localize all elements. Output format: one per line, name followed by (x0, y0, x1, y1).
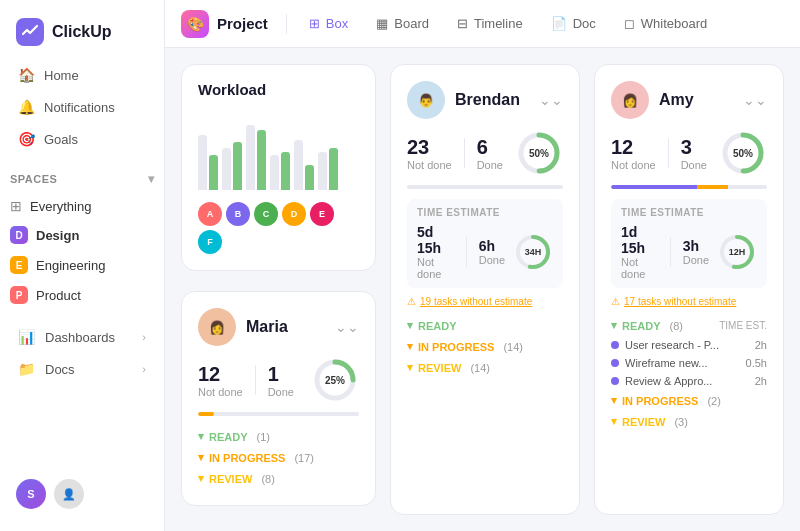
maria-not-done-value: 12 (198, 363, 243, 386)
amy-time-ring: 12H (717, 232, 757, 272)
sidebar-item-notifications-label: Notifications (44, 100, 115, 115)
task-time-1: 2h (755, 339, 767, 351)
tab-whiteboard[interactable]: ◻ Whiteboard (612, 10, 719, 37)
product-dot: P (10, 286, 28, 304)
brendan-inprogress-section[interactable]: ▾ IN PROGRESS (14) (407, 336, 563, 357)
sidebar-item-design[interactable]: D Design (0, 220, 164, 250)
task-dot-3 (611, 377, 619, 385)
amy-inprogress-section[interactable]: ▾ IN PROGRESS (2) (611, 390, 767, 411)
amy-card: 👩 Amy ⌄⌄ 12 Not done 3 Done (594, 64, 784, 515)
amy-fill-blue (611, 185, 697, 189)
workload-title: Workload (198, 81, 359, 98)
brendan-review-section[interactable]: ▾ REVIEW (14) (407, 357, 563, 378)
sidebar-item-home[interactable]: 🏠 Home (8, 60, 156, 90)
amy-ring-wrap: 50% (719, 129, 767, 177)
sidebar-item-product[interactable]: P Product (0, 280, 164, 310)
brendan-header: 👨 Brendan ⌄⌄ (407, 81, 563, 119)
tab-doc[interactable]: 📄 Doc (539, 10, 608, 37)
amy-review-section[interactable]: ▾ REVIEW (3) (611, 411, 767, 432)
chevron-icon-br: ▾ (407, 319, 413, 332)
chevron-icon: ▾ (198, 430, 204, 443)
task-dot-2 (611, 359, 619, 367)
docs-icon: 📁 (18, 361, 35, 377)
workload-avatar-4: D (282, 202, 306, 226)
bar-green-6 (329, 148, 338, 190)
nav-divider (286, 14, 287, 34)
brendan-ready-section[interactable]: ▾ READY (407, 315, 563, 336)
maria-done-value: 1 (268, 363, 294, 386)
tab-board[interactable]: ▦ Board (364, 10, 441, 37)
stat-separator-a (668, 138, 669, 168)
dashboard-icon: 📊 (18, 329, 35, 345)
user-avatar-2[interactable]: 👤 (54, 479, 84, 509)
sidebar-item-docs[interactable]: 📁 Docs › (0, 354, 164, 384)
bar-gray-6 (318, 152, 327, 190)
bar-gray-1 (198, 135, 207, 190)
expand-icon-amy[interactable]: ⌄⌄ (743, 92, 767, 108)
amy-done-label: Done (681, 159, 707, 171)
task-name-2: Wireframe new... (611, 357, 708, 369)
amy-not-done-value: 12 (611, 136, 656, 159)
chevron-icon-bip: ▾ (407, 340, 413, 353)
amy-ready-section[interactable]: ▾ READY (8) (611, 315, 683, 336)
amy-fill-orange (697, 185, 728, 189)
amy-progress-bar (611, 185, 767, 189)
amy-time-title: TIME ESTIMATE (621, 207, 757, 218)
amy-done-value: 3 (681, 136, 707, 159)
main-area: 🎨 Project ⊞ Box ▦ Board ⊟ Timeline 📄 Doc… (165, 0, 800, 531)
amy-ready-header: ▾ READY (8) TIME EST. (611, 315, 767, 336)
whiteboard-icon: ◻ (624, 16, 635, 31)
tab-box[interactable]: ⊞ Box (297, 10, 360, 37)
sidebar-item-engineering-label: Engineering (36, 258, 105, 273)
brendan-not-done-value: 23 (407, 136, 452, 159)
maria-stats: 12 Not done 1 Done (198, 356, 359, 404)
grid-icon: ⊞ (10, 198, 22, 214)
amy-name: Amy (659, 91, 694, 109)
bar-green-3 (257, 130, 266, 190)
bar-group-1 (198, 135, 218, 190)
tab-timeline[interactable]: ⊟ Timeline (445, 10, 535, 37)
maria-ready-section[interactable]: ▾ READY (1) (198, 426, 359, 447)
top-navigation: 🎨 Project ⊞ Box ▦ Board ⊟ Timeline 📄 Doc… (165, 0, 800, 48)
amy-time-d-value: 3h (683, 238, 709, 254)
spaces-header[interactable]: Spaces ▾ (0, 166, 164, 192)
amy-review-count: (3) (674, 416, 687, 428)
amy-time-stats: 1d 15h Not done 3h Done 12H (621, 224, 757, 280)
sidebar-item-goals[interactable]: 🎯 Goals (8, 124, 156, 154)
maria-inprogress-section[interactable]: ▾ IN PROGRESS (17) (198, 447, 359, 468)
amy-time-section: TIME ESTIMATE 1d 15h Not done 3h Done (611, 199, 767, 288)
bell-icon: 🔔 (18, 99, 34, 115)
brendan-time-not-done: 5d 15h Not done (417, 224, 454, 280)
amy-task-2: Wireframe new... 0.5h (611, 354, 767, 372)
sidebar-item-engineering[interactable]: E Engineering (0, 250, 164, 280)
bar-green-4 (281, 152, 290, 190)
chevron-icon-aip: ▾ (611, 394, 617, 407)
expand-icon-maria[interactable]: ⌄⌄ (335, 319, 359, 335)
workload-avatar-6: F (198, 230, 222, 254)
brendan-warning-link[interactable]: 19 tasks without estimate (420, 296, 532, 307)
expand-icon-brendan[interactable]: ⌄⌄ (539, 92, 563, 108)
chevron-icon-rv: ▾ (198, 472, 204, 485)
maria-review-section[interactable]: ▾ REVIEW (8) (198, 468, 359, 489)
amy-warning: ⚠ 17 tasks without estimate (611, 296, 767, 307)
project-nav: 🎨 Project (181, 10, 268, 38)
maria-not-done: 12 Not done (198, 363, 243, 398)
maria-progress-bar (198, 412, 359, 416)
sidebar-item-everything[interactable]: ⊞ Everything (0, 192, 164, 220)
brendan-review-count: (14) (470, 362, 490, 374)
amy-done: 3 Done (681, 136, 707, 171)
brendan-done-value: 6 (477, 136, 503, 159)
amy-progress-fills (611, 185, 767, 189)
sidebar-item-dashboards[interactable]: 📊 Dashboards › (0, 322, 164, 352)
engineering-dot: E (10, 256, 28, 274)
amy-warning-link[interactable]: 17 tasks without estimate (624, 296, 736, 307)
user-avatar-s[interactable]: S (16, 479, 46, 509)
maria-done: 1 Done (268, 363, 294, 398)
maria-name: Maria (246, 318, 288, 336)
bar-group-5 (294, 140, 314, 190)
sidebar-item-notifications[interactable]: 🔔 Notifications (8, 92, 156, 122)
amy-ring: 50% (719, 129, 767, 177)
logo-text: ClickUp (52, 23, 112, 41)
maria-progress-fill (198, 412, 214, 416)
amy-info: 👩 Amy (611, 81, 694, 119)
